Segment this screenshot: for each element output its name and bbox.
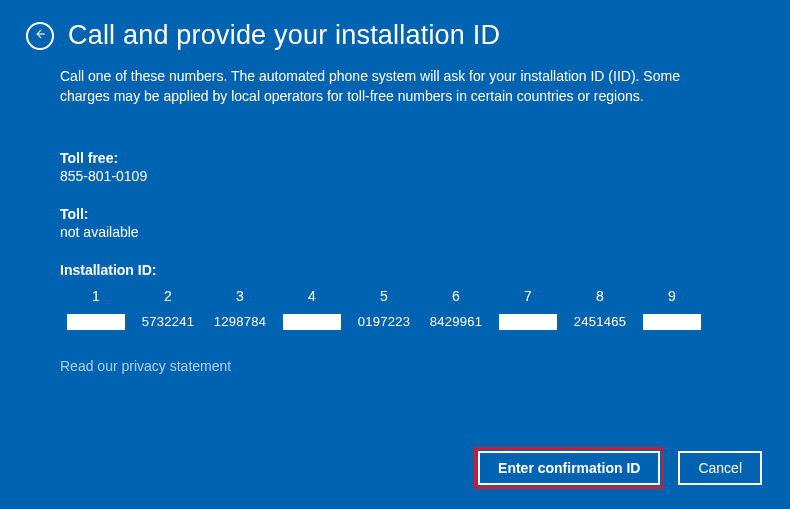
toll-label: Toll: [60,206,730,222]
privacy-statement-link[interactable]: Read our privacy statement [60,358,231,374]
iid-column-header: 8 [564,288,636,310]
iid-column-header: 2 [132,288,204,310]
iid-redacted-block [283,314,341,330]
installation-id-value-row: 5732241 1298784 0197223 8429961 2451465 [60,314,730,330]
iid-redacted-block [499,314,557,330]
iid-redacted-block [67,314,125,330]
iid-value [276,314,348,330]
iid-column-header: 1 [60,288,132,310]
toll-free-value: 855-801-0109 [60,168,730,184]
page-title: Call and provide your installation ID [68,20,500,51]
iid-value: 8429961 [420,314,492,330]
iid-value [492,314,564,330]
iid-value: 0197223 [348,314,420,330]
cancel-button[interactable]: Cancel [678,451,762,485]
iid-value [60,314,132,330]
iid-value: 2451465 [564,314,636,330]
toll-free-label: Toll free: [60,150,730,166]
iid-column-header: 3 [204,288,276,310]
back-button[interactable] [26,22,54,50]
installation-id-header-row: 1 2 3 4 5 6 7 8 9 [60,288,730,310]
iid-value: 1298784 [204,314,276,330]
iid-column-header: 9 [636,288,708,310]
iid-value: 5732241 [132,314,204,330]
iid-column-header: 6 [420,288,492,310]
back-arrow-icon [33,27,47,44]
intro-text: Call one of these numbers. The automated… [60,67,700,106]
installation-id-label: Installation ID: [60,262,730,278]
footer-buttons: Enter confirmation ID Cancel [478,451,762,485]
iid-column-header: 4 [276,288,348,310]
iid-value [636,314,708,330]
iid-redacted-block [643,314,701,330]
enter-confirmation-id-button[interactable]: Enter confirmation ID [478,451,660,485]
toll-value: not available [60,224,730,240]
iid-column-header: 5 [348,288,420,310]
iid-column-header: 7 [492,288,564,310]
